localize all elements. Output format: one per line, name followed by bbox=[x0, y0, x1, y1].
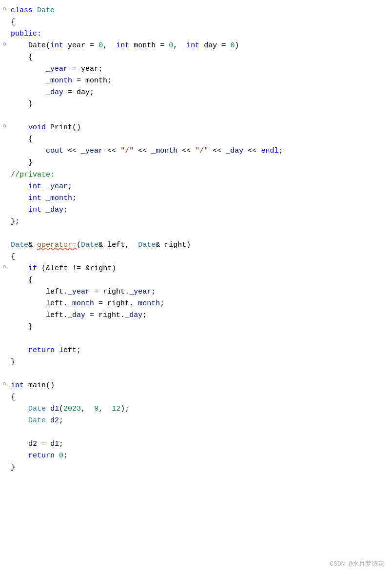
code-text-31: } bbox=[9, 356, 392, 368]
code-text-2: { bbox=[9, 17, 392, 28]
code-text-30: return left; bbox=[9, 345, 392, 356]
code-line-19: }; bbox=[0, 216, 392, 228]
code-line-21: Date& operator=(Date& left, Date& right) bbox=[0, 239, 392, 251]
code-line-4: ⊖ Date(int year = 0, int month = 0, int … bbox=[0, 40, 392, 52]
code-line-31: } bbox=[0, 356, 392, 368]
code-text-40: } bbox=[9, 462, 392, 473]
code-text-17: int _month; bbox=[9, 193, 392, 204]
code-line-37 bbox=[0, 427, 392, 438]
code-text-38: d2 = d1; bbox=[9, 438, 392, 450]
code-text-6: _year = year; bbox=[9, 63, 392, 75]
code-line-15: //private: bbox=[0, 169, 392, 181]
code-line-18: int _day; bbox=[0, 204, 392, 216]
code-line-24: { bbox=[0, 275, 392, 286]
code-line-32 bbox=[0, 368, 392, 380]
code-line-17: int _month; bbox=[0, 193, 392, 204]
code-text-4: Date(int year = 0, int month = 0, int da… bbox=[9, 40, 392, 51]
code-line-29 bbox=[0, 333, 392, 345]
code-line-20 bbox=[0, 228, 392, 239]
code-text-7: _month = month; bbox=[9, 75, 392, 86]
code-line-1: ⊖ class Date bbox=[0, 5, 392, 17]
fold-gutter-33[interactable]: ⊖ bbox=[0, 380, 9, 389]
code-text-39: return 0; bbox=[9, 450, 392, 461]
code-text-14: } bbox=[9, 157, 392, 168]
code-line-25: left._year = right._year; bbox=[0, 286, 392, 298]
code-text-9: } bbox=[9, 99, 392, 110]
fold-gutter-11[interactable]: ⊖ bbox=[0, 122, 9, 131]
code-line-28: } bbox=[0, 321, 392, 333]
code-line-3: public: bbox=[0, 28, 392, 40]
code-container: ⊖ class Date { public: ⊖ Date(int year =… bbox=[0, 0, 392, 574]
code-line-6: _year = year; bbox=[0, 63, 392, 75]
fold-gutter-23[interactable]: ⊖ bbox=[0, 263, 9, 272]
code-line-27: left._day = right._day; bbox=[0, 310, 392, 321]
code-line-7: _month = month; bbox=[0, 75, 392, 87]
code-line-2: { bbox=[0, 17, 392, 28]
watermark: CSDN @水月梦镜花 bbox=[330, 559, 384, 569]
code-text-24: { bbox=[9, 275, 392, 286]
code-text-29 bbox=[9, 333, 392, 344]
code-line-22: { bbox=[0, 251, 392, 263]
code-line-5: { bbox=[0, 52, 392, 63]
code-text-12: { bbox=[9, 134, 392, 145]
code-line-40: } bbox=[0, 462, 392, 474]
code-text-35: Date d1(2023, 9, 12); bbox=[9, 403, 392, 415]
code-line-34: { bbox=[0, 392, 392, 403]
code-line-30: return left; bbox=[0, 345, 392, 356]
code-text-33: int main() bbox=[9, 380, 392, 391]
code-text-26: left._month = right._month; bbox=[9, 298, 392, 309]
code-line-26: left._month = right._month; bbox=[0, 298, 392, 310]
code-text-5: { bbox=[9, 52, 392, 63]
code-text-19: }; bbox=[9, 216, 392, 227]
code-text-10 bbox=[9, 110, 392, 121]
code-line-11: ⊖ void Print() bbox=[0, 122, 392, 134]
fold-gutter-4[interactable]: ⊖ bbox=[0, 40, 9, 49]
code-text-1: class Date bbox=[9, 5, 392, 16]
code-line-10 bbox=[0, 110, 392, 122]
code-text-23: if (&left != &right) bbox=[9, 263, 392, 274]
code-text-21: Date& operator=(Date& left, Date& right) bbox=[9, 239, 392, 251]
code-line-39: return 0; bbox=[0, 450, 392, 462]
code-line-8: _day = day; bbox=[0, 87, 392, 99]
code-text-22: { bbox=[9, 251, 392, 262]
code-line-9: } bbox=[0, 99, 392, 110]
code-line-35: Date d1(2023, 9, 12); bbox=[0, 403, 392, 415]
code-text-36: Date d2; bbox=[9, 415, 392, 426]
code-text-15: //private: bbox=[9, 169, 392, 180]
code-line-14: } bbox=[0, 157, 392, 169]
code-text-27: left._day = right._day; bbox=[9, 310, 392, 321]
code-line-12: { bbox=[0, 134, 392, 145]
code-text-16: int _year; bbox=[9, 181, 392, 192]
code-line-16: int _year; bbox=[0, 181, 392, 193]
code-text-34: { bbox=[9, 392, 392, 403]
code-line-36: Date d2; bbox=[0, 415, 392, 427]
code-text-11: void Print() bbox=[9, 122, 392, 133]
code-line-13: cout << _year << "/" << _month << "/" <<… bbox=[0, 145, 392, 157]
code-text-25: left._year = right._year; bbox=[9, 286, 392, 297]
code-text-13: cout << _year << "/" << _month << "/" <<… bbox=[9, 145, 392, 157]
fold-gutter-1[interactable]: ⊖ bbox=[0, 5, 9, 14]
code-text-37 bbox=[9, 427, 392, 438]
code-text-32 bbox=[9, 368, 392, 379]
code-text-3: public: bbox=[9, 28, 392, 40]
code-text-20 bbox=[9, 228, 392, 239]
code-line-23: ⊖ if (&left != &right) bbox=[0, 263, 392, 275]
code-line-38: d2 = d1; bbox=[0, 438, 392, 450]
code-text-28: } bbox=[9, 321, 392, 333]
code-text-18: int _day; bbox=[9, 204, 392, 216]
code-line-33: ⊖ int main() bbox=[0, 380, 392, 392]
code-text-8: _day = day; bbox=[9, 87, 392, 98]
